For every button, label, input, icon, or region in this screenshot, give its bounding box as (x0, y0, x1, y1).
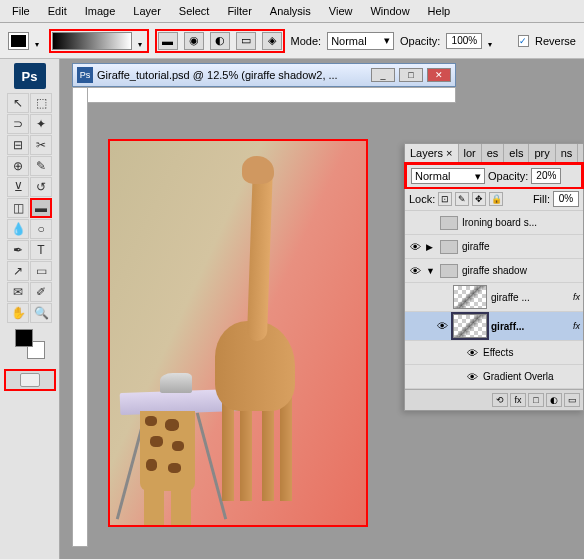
menu-select[interactable]: Select (171, 3, 218, 19)
angle-gradient-button[interactable]: ◐ (210, 32, 230, 50)
shape-tool[interactable]: ▭ (30, 261, 52, 281)
visibility-icon[interactable]: 👁 (408, 264, 422, 278)
eraser-tool[interactable]: ◫ (7, 198, 29, 218)
layer-row[interactable]: Ironing board s... (405, 211, 583, 235)
tab-other[interactable]: ns (556, 144, 579, 162)
visibility-icon[interactable]: 👁 (408, 240, 422, 254)
tab-other[interactable]: els (504, 144, 529, 162)
type-tool[interactable]: T (30, 240, 52, 260)
new-group-button[interactable]: ▭ (564, 393, 580, 407)
layer-opacity-value[interactable]: 20% (531, 168, 561, 184)
diamond-gradient-button[interactable]: ◈ (262, 32, 282, 50)
adjustment-layer-button[interactable]: ◐ (546, 393, 562, 407)
foreground-swatch[interactable] (8, 32, 29, 50)
move-tool[interactable]: ↖ (7, 93, 29, 113)
link-layers-button[interactable]: ⟲ (492, 393, 508, 407)
visibility-icon[interactable]: 👁 (465, 370, 479, 384)
dodge-tool[interactable]: ○ (30, 219, 52, 239)
visibility-icon[interactable] (408, 216, 422, 230)
slice-tool[interactable]: ✂ (30, 135, 52, 155)
foreground-color[interactable] (15, 329, 33, 347)
layer-name[interactable]: Ironing board s... (462, 217, 580, 228)
fill-value[interactable]: 0% (553, 191, 579, 207)
visibility-icon[interactable]: 👁 (465, 346, 479, 360)
linear-gradient-button[interactable]: ▬ (158, 32, 178, 50)
eyedropper-tool[interactable]: ✐ (30, 282, 52, 302)
layer-name[interactable]: giraffe ... (491, 292, 569, 303)
menu-analysis[interactable]: Analysis (262, 3, 319, 19)
layer-name[interactable]: giraff... (491, 321, 569, 332)
zoom-tool[interactable]: 🔍 (30, 303, 52, 323)
folder-icon (440, 216, 458, 230)
history-brush-tool[interactable]: ↺ (30, 177, 52, 197)
blend-mode-select[interactable]: Normal▾ (327, 32, 394, 50)
gradient-dropdown-icon[interactable] (138, 37, 146, 45)
mode-label: Mode: (291, 35, 322, 47)
menu-layer[interactable]: Layer (125, 3, 169, 19)
gradient-tool[interactable]: ▬ (30, 198, 52, 218)
opacity-value[interactable]: 100% (446, 33, 482, 49)
tab-other[interactable]: pry (529, 144, 555, 162)
layer-effects-row[interactable]: 👁 Effects (405, 341, 583, 365)
notes-tool[interactable]: ✉ (7, 282, 29, 302)
layer-name[interactable]: giraffe (462, 241, 580, 252)
layer-row[interactable]: giraffe ... fx (405, 283, 583, 312)
gradient-type-highlight: ▬ ◉ ◐ ▭ ◈ (155, 29, 285, 53)
maximize-button[interactable]: □ (399, 68, 423, 82)
layer-row[interactable]: 👁 ▼ giraffe shadow (405, 259, 583, 283)
lock-transparency-icon[interactable]: ⊡ (438, 192, 452, 206)
wand-tool[interactable]: ✦ (30, 114, 52, 134)
color-swatches[interactable] (15, 329, 45, 359)
blur-tool[interactable]: 💧 (7, 219, 29, 239)
menu-help[interactable]: Help (420, 3, 459, 19)
reflected-gradient-button[interactable]: ▭ (236, 32, 256, 50)
document-canvas[interactable] (108, 139, 368, 527)
menu-file[interactable]: File (4, 3, 38, 19)
tab-other[interactable]: es (482, 144, 505, 162)
menu-window[interactable]: Window (362, 3, 417, 19)
effect-name[interactable]: Gradient Overla (483, 371, 580, 382)
layer-effect-item[interactable]: 👁 Gradient Overla (405, 365, 583, 389)
stamp-tool[interactable]: ⊻ (7, 177, 29, 197)
quickmask-button[interactable] (20, 373, 40, 387)
heal-tool[interactable]: ⊕ (7, 156, 29, 176)
crop-tool[interactable]: ⊟ (7, 135, 29, 155)
layer-thumbnail[interactable] (453, 285, 487, 309)
lasso-tool[interactable]: ⊃ (7, 114, 29, 134)
lock-all-icon[interactable]: 🔒 (489, 192, 503, 206)
swatch-dropdown-icon[interactable] (35, 37, 43, 45)
menu-image[interactable]: Image (77, 3, 124, 19)
layer-row[interactable]: 👁 giraff... fx (405, 312, 583, 341)
hand-tool[interactable]: ✋ (7, 303, 29, 323)
path-tool[interactable]: ↗ (7, 261, 29, 281)
layer-blend-select[interactable]: Normal▾ (411, 168, 485, 184)
layer-name[interactable]: giraffe shadow (462, 265, 580, 276)
opacity-dropdown-icon[interactable] (488, 37, 496, 45)
layer-row[interactable]: 👁 ▶ giraffe (405, 235, 583, 259)
visibility-icon[interactable]: 👁 (435, 319, 449, 333)
reverse-checkbox[interactable]: ✓ (518, 35, 529, 47)
pen-tool[interactable]: ✒ (7, 240, 29, 260)
layer-style-button[interactable]: fx (510, 393, 526, 407)
fx-badge[interactable]: fx (573, 321, 580, 331)
menu-filter[interactable]: Filter (219, 3, 259, 19)
minimize-button[interactable]: _ (371, 68, 395, 82)
twirl-icon[interactable]: ▼ (426, 266, 436, 276)
document-titlebar[interactable]: Ps Giraffe_tutorial.psd @ 12.5% (giraffe… (72, 63, 456, 87)
close-button[interactable]: ✕ (427, 68, 451, 82)
tab-layers[interactable]: Layers × (405, 144, 459, 162)
menu-view[interactable]: View (321, 3, 361, 19)
layer-thumbnail[interactable] (453, 314, 487, 338)
tab-other[interactable]: lor (459, 144, 482, 162)
menu-edit[interactable]: Edit (40, 3, 75, 19)
gradient-preview[interactable] (52, 32, 132, 50)
radial-gradient-button[interactable]: ◉ (184, 32, 204, 50)
brush-tool[interactable]: ✎ (30, 156, 52, 176)
visibility-icon[interactable] (435, 290, 449, 304)
fx-badge[interactable]: fx (573, 292, 580, 302)
layer-mask-button[interactable]: □ (528, 393, 544, 407)
marquee-tool[interactable]: ⬚ (30, 93, 52, 113)
lock-pixels-icon[interactable]: ✎ (455, 192, 469, 206)
lock-position-icon[interactable]: ✥ (472, 192, 486, 206)
twirl-icon[interactable]: ▶ (426, 242, 436, 252)
